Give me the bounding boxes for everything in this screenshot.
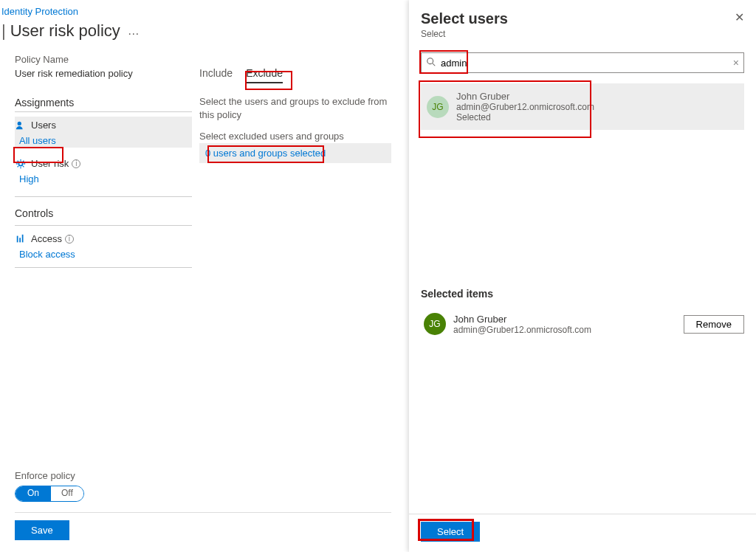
selected-item-row: JG John Gruber admin@Gruber12.onmicrosof… <box>421 310 744 338</box>
controls-access-row[interactable]: Access i <box>15 230 192 246</box>
controls-header: Controls <box>15 207 192 222</box>
highlight-search <box>419 50 468 74</box>
page-title: User risk policy <box>10 21 120 41</box>
access-value[interactable]: Block access <box>19 249 75 260</box>
policy-name-label: Policy Name <box>15 54 192 65</box>
user-risk-value-row[interactable]: High <box>15 170 192 186</box>
highlight-result <box>419 80 591 138</box>
remove-button[interactable]: Remove <box>684 315 744 334</box>
close-icon[interactable]: ✕ <box>735 10 744 24</box>
svg-rect-2 <box>17 235 18 242</box>
assignment-users-row[interactable]: Users <box>15 117 192 132</box>
users-icon <box>15 120 27 131</box>
search-input[interactable] <box>436 57 733 69</box>
enforce-policy-label: Enforce policy <box>15 470 391 481</box>
user-risk-value[interactable]: High <box>19 173 39 184</box>
more-actions-icon[interactable]: … <box>128 24 140 38</box>
policy-name-value: User risk remediation policy <box>15 68 192 79</box>
panel-title: Select users <box>421 10 508 27</box>
users-value[interactable]: All users <box>19 135 56 146</box>
users-label: Users <box>31 120 56 131</box>
avatar: JG <box>424 313 446 335</box>
exclude-description: Select the users and groups to exclude f… <box>199 95 391 122</box>
select-excluded-label: Select excluded users and groups <box>199 131 391 142</box>
breadcrumb[interactable]: Identity Protection <box>1 0 406 18</box>
info-icon[interactable]: i <box>72 159 80 168</box>
bars-icon <box>15 234 27 244</box>
search-result-row[interactable]: JG John Gruber admin@Gruber12.onmicrosof… <box>421 83 744 130</box>
highlight-exclude-tab <box>245 71 292 90</box>
highlight-all-users <box>13 147 63 163</box>
highlight-select-button <box>418 519 474 541</box>
highlight-selection-link <box>207 145 324 163</box>
svg-rect-3 <box>19 238 21 242</box>
selected-email: admin@Gruber12.onmicrosoft.com <box>453 325 591 335</box>
search-field-wrap[interactable]: × <box>421 52 744 73</box>
access-value-row[interactable]: Block access <box>15 246 192 261</box>
svg-rect-4 <box>22 234 24 242</box>
title-divider: | <box>1 21 6 41</box>
selected-items-header: Selected items <box>421 288 744 300</box>
panel-subtitle: Select <box>421 29 508 39</box>
svg-point-0 <box>18 121 21 125</box>
toggle-off[interactable]: Off <box>51 486 83 501</box>
access-label: Access <box>31 233 62 244</box>
assignments-header: Assignments <box>15 97 192 112</box>
selected-name: John Gruber <box>453 314 591 325</box>
save-button[interactable]: Save <box>15 520 69 540</box>
clear-search-icon[interactable]: × <box>733 57 739 69</box>
enforce-policy-toggle[interactable]: On Off <box>15 486 84 502</box>
tab-include[interactable]: Include <box>199 67 233 83</box>
toggle-on[interactable]: On <box>16 486 51 501</box>
info-icon[interactable]: i <box>65 235 74 244</box>
users-value-row[interactable]: All users <box>15 132 192 148</box>
